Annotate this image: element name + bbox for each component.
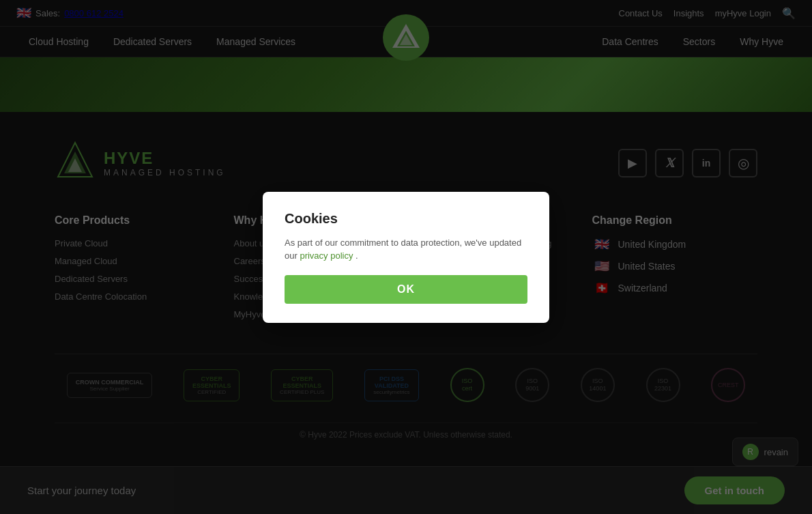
cookie-ok-button[interactable]: OK xyxy=(285,275,527,304)
cookie-title: Cookies xyxy=(285,211,527,227)
privacy-policy-link[interactable]: privacy policy xyxy=(300,251,353,261)
cookie-banner: Cookies As part of our commitment to dat… xyxy=(263,192,549,323)
cookie-body: As part of our commitment to data protec… xyxy=(285,236,527,263)
